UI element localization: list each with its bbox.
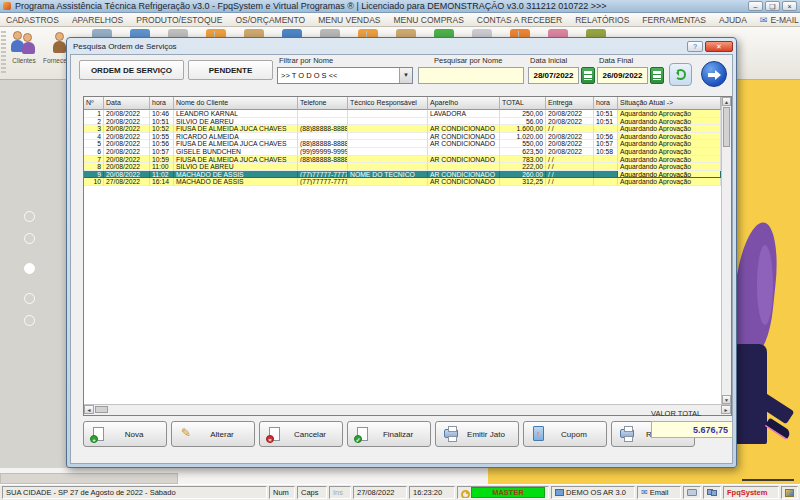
status-printer-button[interactable] — [683, 486, 701, 499]
status-filter-panel[interactable]: PENDENTE — [188, 60, 273, 80]
status-brand: FpqSystem — [723, 486, 779, 499]
cancelar-button[interactable]: × Cancelar — [259, 421, 343, 447]
col-cliente[interactable]: Nome do Cliente — [174, 97, 298, 110]
status-fpq-icon-button[interactable] — [781, 486, 798, 499]
date-end-field[interactable]: 26/09/2022 — [597, 67, 648, 84]
dialog-close-button[interactable]: ✕ — [705, 41, 733, 52]
scroll-left-icon[interactable]: ◄ — [84, 405, 94, 414]
calendar-icon[interactable] — [581, 67, 595, 84]
refresh-icon — [675, 69, 686, 80]
scroll-down-icon[interactable]: ▼ — [722, 395, 731, 404]
order-type-panel[interactable]: ORDEM DE SERVIÇO — [79, 60, 184, 80]
orders-grid: Nº Data hora Nome do Cliente Telefone Té… — [83, 96, 732, 416]
date-start-field[interactable]: 28/07/2022 — [528, 67, 579, 84]
col-total[interactable]: TOTAL — [500, 97, 546, 110]
vscroll-thumb[interactable] — [723, 107, 730, 147]
filter-name-combo[interactable]: >> T O D O S << ▼ — [277, 67, 413, 84]
search-name-input[interactable] — [418, 67, 524, 84]
grid-header: Nº Data hora Nome do Cliente Telefone Té… — [84, 97, 721, 110]
deco-circle — [24, 263, 35, 274]
go-search-button[interactable] — [701, 61, 727, 87]
table-row[interactable]: 3 20/08/2022 10:52 FIUSA DE ALMEIDA JUCA… — [84, 125, 721, 133]
status-bar: SUA CIDADE - SP 27 de Agosto de 2022 - S… — [0, 484, 800, 500]
status-demo: DEMO OS AR 3.0 — [551, 486, 635, 499]
col-entrega-hora[interactable]: hora — [594, 97, 618, 110]
scroll-right-icon[interactable]: ► — [721, 405, 731, 414]
menu-vendas[interactable]: MENU VENDAS — [318, 15, 380, 25]
table-row[interactable]: 8 20/08/2022 11:00 SILVIO DE ABREU 222,0… — [84, 163, 721, 171]
dialog-help-button[interactable]: ? — [687, 41, 703, 52]
table-row[interactable]: 7 20/08/2022 10:59 FIUSA DE ALMEIDA JUCA… — [84, 156, 721, 164]
table-row[interactable]: 4 20/08/2022 10:55 RICARDO ALMEIDA AR CO… — [84, 133, 721, 141]
toolbar-clientes-button[interactable]: Clientes — [7, 30, 41, 78]
edit-pencil-icon: ✎ — [181, 426, 191, 440]
horizontal-scrollbar[interactable]: ◄ ► — [84, 404, 731, 415]
status-ins: Ins — [329, 486, 351, 499]
col-telefone[interactable]: Telefone — [298, 97, 348, 110]
deco-circle — [24, 233, 35, 244]
finalizar-button[interactable]: ✓ Finalizar — [347, 421, 431, 447]
col-tecnico[interactable]: Técnico Responsável — [348, 97, 428, 110]
status-city: SUA CIDADE - SP 27 de Agosto de 2022 - S… — [2, 486, 267, 499]
valor-total-value: 5.676,75 — [651, 421, 733, 438]
network-icon — [707, 489, 717, 496]
table-row[interactable]: 2 20/08/2022 10:51 SILVIO DE ABREU 56,00… — [84, 118, 721, 126]
col-situacao[interactable]: Situação Atual -> — [618, 97, 721, 110]
vertical-scrollbar[interactable]: ▲ ▼ — [721, 97, 731, 404]
monitor-icon — [555, 489, 564, 496]
col-hora[interactable]: hora — [150, 97, 174, 110]
scroll-up-icon[interactable]: ▲ — [722, 97, 731, 106]
hscroll-thumb[interactable] — [95, 406, 108, 413]
table-row[interactable]: 10 27/08/2022 16:14 MACHADO DE ASSIS (77… — [84, 178, 721, 186]
chevron-down-icon[interactable]: ▼ — [399, 68, 412, 83]
deco-circle — [24, 293, 35, 304]
filter-by-name-label: Filtrar por Nome — [279, 56, 333, 65]
menu-aparelhos[interactable]: APARELHOS — [72, 15, 123, 25]
coupon-icon — [533, 426, 544, 441]
menu-compras[interactable]: MENU COMPRAS — [393, 15, 463, 25]
clients-people-icon — [11, 30, 37, 56]
menu-ferramentas[interactable]: FERRAMENTAS — [642, 15, 706, 25]
date-start-label: Data Inicial — [530, 56, 567, 65]
cupom-button[interactable]: Cupom — [523, 421, 607, 447]
menu-os-orcamento[interactable]: OS/ORÇAMENTO — [235, 15, 305, 25]
menu-ajuda[interactable]: AJUDA — [719, 15, 747, 25]
table-row[interactable]: 9 20/08/2022 11:02 MACHADO DE ASSIS (77)… — [84, 171, 721, 179]
emitir-jato-button[interactable]: Emitir Jato — [435, 421, 519, 447]
window-title: Programa Assistência Técnica Refrigeraçã… — [15, 1, 744, 11]
status-network-button[interactable] — [703, 486, 721, 499]
calendar-icon[interactable] — [650, 67, 664, 84]
refresh-button[interactable] — [669, 63, 692, 86]
menu-relatorios[interactable]: RELATÓRIOS — [575, 15, 629, 25]
check-icon: ✓ — [354, 435, 362, 443]
deco-circle — [24, 211, 35, 222]
close-button[interactable]: × — [782, 1, 797, 11]
dialog-title: Pesquisa Ordem de Serviços — [73, 42, 687, 51]
minimize-button[interactable]: – — [748, 1, 763, 11]
alterar-button[interactable]: ✎ Alterar — [171, 421, 255, 447]
dialog-titlebar: Pesquisa Ordem de Serviços ? ✕ — [67, 38, 736, 53]
cancel-x-icon: × — [266, 435, 274, 443]
printer-icon — [444, 429, 458, 438]
col-aparelho[interactable]: Aparelho — [428, 97, 500, 110]
table-row[interactable]: 5 20/08/2022 10:56 FIUSA DE ALMEIDA JUCA… — [84, 140, 721, 148]
col-data[interactable]: Data — [104, 97, 150, 110]
nova-button[interactable]: + Nova — [83, 421, 167, 447]
valor-total-label: VALOR TOTAL — [651, 409, 701, 418]
table-row[interactable]: 1 20/08/2022 10:46 LEANDRO KARNAL LAVADO… — [84, 110, 721, 118]
table-row[interactable]: 6 20/08/2022 10:57 GISELE BUNDCHEN (99)9… — [84, 148, 721, 156]
menu-cadastros[interactable]: CADASTROS — [6, 15, 59, 25]
printer-icon — [687, 489, 697, 496]
col-numero[interactable]: Nº — [84, 97, 104, 110]
status-email-button[interactable]: ✉ Email — [637, 486, 681, 499]
dialog-body: ORDEM DE SERVIÇO PENDENTE Filtrar por No… — [70, 54, 733, 464]
toolbar-drag-handle[interactable] — [1, 31, 6, 75]
grid-body: 1 20/08/2022 10:46 LEANDRO KARNAL LAVADO… — [84, 110, 721, 186]
maximize-button[interactable]: ❏ — [765, 1, 780, 11]
menu-contas-receber[interactable]: CONTAS A RECEBER — [477, 15, 562, 25]
menu-email[interactable]: ✉ E-MAIL — [760, 15, 799, 25]
menu-produto-estoque[interactable]: PRODUTO/ESTOQUE — [136, 15, 222, 25]
status-caps: Caps — [297, 486, 327, 499]
col-entrega[interactable]: Entrega — [546, 97, 594, 110]
status-num: Num — [269, 486, 295, 499]
